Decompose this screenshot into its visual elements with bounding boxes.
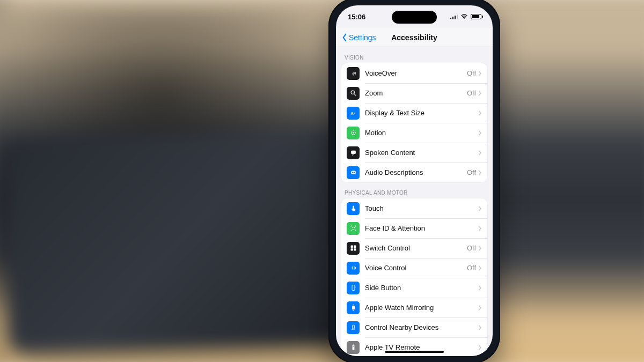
row-label: Apple TV Remote <box>365 343 476 351</box>
nearby-icon <box>347 321 360 334</box>
side-button-icon <box>347 282 360 294</box>
svg-rect-15 <box>354 248 356 250</box>
home-indicator[interactable] <box>385 351 444 353</box>
row-apple-watch-mirroring[interactable]: Apple Watch Mirroring <box>341 298 487 317</box>
voiceover-icon <box>347 67 360 80</box>
audio-descriptions-icon <box>347 166 360 179</box>
svg-point-8 <box>352 172 354 173</box>
watch-icon <box>347 301 360 314</box>
svg-point-10 <box>352 227 353 228</box>
svg-point-9 <box>354 172 355 173</box>
svg-rect-14 <box>350 248 353 250</box>
row-label: Control Nearby Devices <box>365 323 476 331</box>
status-time: 15:06 <box>348 13 365 21</box>
wifi-icon <box>460 13 468 20</box>
screen: 15:06 Settings Accessibility VISION Vo <box>336 5 493 356</box>
svg-rect-22 <box>352 345 354 350</box>
svg-point-5 <box>353 132 354 134</box>
svg-rect-12 <box>350 246 353 248</box>
row-label: Zoom <box>365 89 467 97</box>
row-spoken-content[interactable]: Spoken Content <box>341 143 487 162</box>
svg-rect-16 <box>352 285 355 291</box>
svg-rect-6 <box>351 151 356 154</box>
row-value: Off <box>467 89 476 97</box>
row-label: Motion <box>365 129 476 137</box>
chevron-right-icon <box>478 305 482 311</box>
chevron-right-icon <box>478 150 482 156</box>
row-zoom[interactable]: Zoom Off <box>341 83 487 103</box>
row-label: Face ID & Attention <box>365 224 476 232</box>
chevron-right-icon <box>478 205 482 212</box>
cellular-icon <box>450 14 458 19</box>
row-faceid[interactable]: Face ID & Attention <box>341 218 487 238</box>
chevron-left-icon <box>341 33 348 42</box>
spoken-content-icon <box>347 146 360 159</box>
dynamic-island <box>392 11 437 24</box>
svg-text:A: A <box>353 112 355 115</box>
row-label: Audio Descriptions <box>365 168 467 176</box>
battery-icon <box>471 14 483 19</box>
nav-bar: Settings Accessibility <box>336 28 493 47</box>
row-apple-tv-remote[interactable]: Apple TV Remote <box>341 337 487 356</box>
chevron-right-icon <box>478 285 482 291</box>
chevron-right-icon <box>478 245 482 252</box>
background-photo <box>0 0 644 362</box>
back-label: Settings <box>349 33 376 42</box>
row-control-nearby[interactable]: Control Nearby Devices <box>341 317 487 337</box>
chevron-right-icon <box>478 344 482 351</box>
row-display-text-size[interactable]: AA Display & Text Size <box>341 103 487 123</box>
tv-remote-icon <box>347 341 360 354</box>
svg-rect-20 <box>353 310 354 311</box>
settings-group: VoiceOver Off Zoom Off AA Display & Text… <box>341 63 487 182</box>
row-label: VoiceOver <box>365 69 467 77</box>
text-size-icon: AA <box>347 107 360 120</box>
row-label: Voice Control <box>365 264 467 272</box>
settings-group: Touch Face ID & Attention Switch Control… <box>341 198 487 356</box>
svg-rect-21 <box>352 325 354 329</box>
section-header: PHYSICAL AND MOTOR <box>336 182 493 198</box>
iphone-device: 15:06 Settings Accessibility VISION Vo <box>328 0 500 362</box>
faceid-icon <box>347 222 360 235</box>
row-voiceover[interactable]: VoiceOver Off <box>341 63 487 83</box>
zoom-icon <box>347 87 360 100</box>
row-label: Side Button <box>365 284 476 292</box>
chevron-right-icon <box>478 225 482 232</box>
chevron-right-icon <box>478 324 482 331</box>
chevron-right-icon <box>478 130 482 136</box>
svg-rect-17 <box>355 286 355 288</box>
row-value: Off <box>467 264 476 272</box>
chevron-right-icon <box>478 90 482 97</box>
row-value: Off <box>467 244 476 252</box>
row-label: Apple Watch Mirroring <box>365 304 476 312</box>
row-label: Switch Control <box>365 244 467 252</box>
chevron-right-icon <box>478 70 482 77</box>
touch-icon <box>347 202 360 215</box>
row-touch[interactable]: Touch <box>341 198 487 218</box>
row-voice-control[interactable]: Voice Control Off <box>341 258 487 278</box>
chevron-right-icon <box>478 110 482 116</box>
svg-point-11 <box>354 227 355 228</box>
row-motion[interactable]: Motion <box>341 123 487 143</box>
voice-control-icon <box>347 262 360 275</box>
back-button[interactable]: Settings <box>339 28 378 47</box>
svg-point-0 <box>464 18 465 19</box>
svg-point-23 <box>353 346 354 347</box>
row-label: Display & Text Size <box>365 109 476 117</box>
row-side-button[interactable]: Side Button <box>341 278 487 298</box>
section-header: VISION <box>336 47 493 63</box>
row-label: Spoken Content <box>365 149 476 157</box>
row-value: Off <box>467 168 476 176</box>
svg-rect-13 <box>354 246 356 248</box>
svg-text:A: A <box>350 112 353 115</box>
row-switch-control[interactable]: Switch Control Off <box>341 238 487 258</box>
motion-icon <box>347 127 360 139</box>
svg-rect-18 <box>352 306 355 310</box>
chevron-right-icon <box>478 265 482 271</box>
row-value: Off <box>467 69 476 77</box>
switch-control-icon <box>347 242 360 255</box>
row-audio-descriptions[interactable]: Audio Descriptions Off <box>341 162 487 182</box>
page-title: Accessibility <box>391 33 437 42</box>
svg-rect-19 <box>353 305 354 305</box>
settings-scroll[interactable]: VISION VoiceOver Off Zoom Off AA Display <box>336 47 493 356</box>
row-label: Touch <box>365 204 476 212</box>
